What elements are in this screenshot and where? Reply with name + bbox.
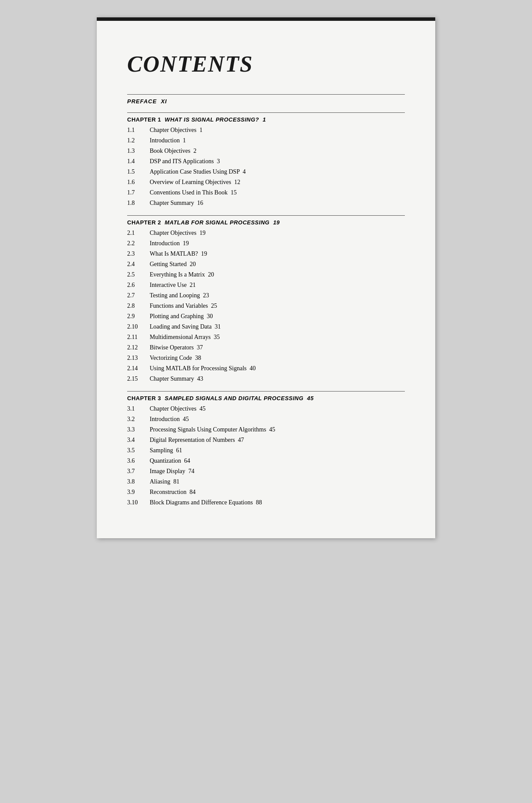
toc-text-2-13: Vectorizing Code 38	[150, 353, 405, 362]
preface-label: PREFACE XI	[127, 98, 405, 105]
toc-entry-2-12: 2.12Bitwise Operators 37	[127, 343, 405, 352]
toc-entry-1-6: 1.6Overview of Learning Objectives 12	[127, 178, 405, 187]
toc-entry-3-8: 3.8Aliasing 81	[127, 477, 405, 486]
contents-title: CONTENTS	[127, 51, 405, 77]
chapter-3-header: CHAPTER 3 SAMPLED SIGNALS AND DIGITAL PR…	[127, 391, 405, 402]
chapter-3: CHAPTER 3 SAMPLED SIGNALS AND DIGITAL PR…	[127, 391, 405, 507]
toc-text-1-5: Application Case Studies Using DSP 4	[150, 167, 405, 176]
toc-entry-2-1: 2.1Chapter Objectives 19	[127, 228, 405, 237]
toc-number-2-2: 2.2	[127, 239, 150, 248]
toc-number-2-12: 2.12	[127, 343, 150, 352]
toc-entry-3-4: 3.4Digital Representation of Numbers 47	[127, 435, 405, 444]
chapter-2-header: CHAPTER 2 MATLAB FOR SIGNAL PROCESSING 1…	[127, 215, 405, 226]
toc-number-3-1: 3.1	[127, 404, 150, 413]
toc-entry-2-5: 2.5Everything Is a Matrix 20	[127, 270, 405, 279]
toc-entry-1-2: 1.2Introduction 1	[127, 136, 405, 145]
page-content: CONTENTS PREFACE XI CHAPTER 1 WHAT IS SI…	[97, 21, 435, 534]
toc-text-2-4: Getting Started 20	[150, 260, 405, 269]
toc-number-2-13: 2.13	[127, 353, 150, 362]
chapter-1-header: CHAPTER 1 WHAT IS SIGNAL PROCESSING? 1	[127, 112, 405, 123]
chapter-1: CHAPTER 1 WHAT IS SIGNAL PROCESSING? 11.…	[127, 112, 405, 207]
toc-entry-3-9: 3.9Reconstruction 84	[127, 487, 405, 497]
toc-text-1-2: Introduction 1	[150, 136, 405, 145]
toc-number-2-6: 2.6	[127, 280, 150, 290]
chapter-1-label: CHAPTER 1	[127, 116, 164, 123]
toc-number-2-8: 2.8	[127, 301, 150, 310]
toc-text-1-7: Conventions Used in This Book 15	[150, 188, 405, 197]
toc-number-3-3: 3.3	[127, 425, 150, 434]
toc-number-2-10: 2.10	[127, 322, 150, 331]
toc-entry-1-5: 1.5Application Case Studies Using DSP 4	[127, 167, 405, 176]
toc-text-3-7: Image Display 74	[150, 467, 405, 476]
toc-number-3-9: 3.9	[127, 487, 150, 497]
toc-number-3-10: 3.10	[127, 498, 150, 507]
chapter-2-name: MATLAB FOR SIGNAL PROCESSING 19	[164, 219, 279, 226]
chapter-2-label: CHAPTER 2	[127, 219, 164, 226]
toc-number-1-4: 1.4	[127, 157, 150, 166]
chapter-2-sections: 2.1Chapter Objectives 192.2Introduction …	[127, 228, 405, 383]
toc-entry-3-1: 3.1Chapter Objectives 45	[127, 404, 405, 413]
toc-text-3-4: Digital Representation of Numbers 47	[150, 435, 405, 444]
toc-entry-2-7: 2.7Testing and Looping 23	[127, 291, 405, 300]
toc-entry-1-3: 1.3Book Objectives 2	[127, 146, 405, 155]
chapter-2-title-line: CHAPTER 2 MATLAB FOR SIGNAL PROCESSING 1…	[127, 219, 405, 226]
toc-text-2-3: What Is MATLAB? 19	[150, 249, 405, 258]
toc-text-2-5: Everything Is a Matrix 20	[150, 270, 405, 279]
toc-text-2-8: Functions and Variables 25	[150, 301, 405, 310]
toc-entry-3-5: 3.5Sampling 61	[127, 446, 405, 455]
chapter-2: CHAPTER 2 MATLAB FOR SIGNAL PROCESSING 1…	[127, 215, 405, 383]
toc-number-1-3: 1.3	[127, 146, 150, 155]
chapters-container: CHAPTER 1 WHAT IS SIGNAL PROCESSING? 11.…	[127, 112, 405, 507]
toc-entry-2-2: 2.2Introduction 19	[127, 239, 405, 248]
toc-entry-3-3: 3.3Processing Signals Using Computer Alg…	[127, 425, 405, 434]
toc-text-2-1: Chapter Objectives 19	[150, 228, 405, 237]
toc-text-1-8: Chapter Summary 16	[150, 198, 405, 207]
toc-number-1-2: 1.2	[127, 136, 150, 145]
toc-number-1-1: 1.1	[127, 125, 150, 135]
toc-entry-2-4: 2.4Getting Started 20	[127, 260, 405, 269]
toc-text-2-10: Loading and Saving Data 31	[150, 322, 405, 331]
toc-text-2-6: Interactive Use 21	[150, 280, 405, 290]
toc-entry-1-7: 1.7Conventions Used in This Book 15	[127, 188, 405, 197]
toc-number-3-2: 3.2	[127, 415, 150, 424]
toc-number-3-6: 3.6	[127, 456, 150, 465]
toc-number-2-7: 2.7	[127, 291, 150, 300]
toc-entry-2-13: 2.13Vectorizing Code 38	[127, 353, 405, 362]
toc-number-1-6: 1.6	[127, 178, 150, 187]
toc-text-3-2: Introduction 45	[150, 415, 405, 424]
toc-number-2-15: 2.15	[127, 374, 150, 383]
toc-number-3-7: 3.7	[127, 467, 150, 476]
toc-entry-2-11: 2.11Multidimensional Arrays 35	[127, 332, 405, 342]
toc-text-2-2: Introduction 19	[150, 239, 405, 248]
toc-entry-3-6: 3.6Quantization 64	[127, 456, 405, 465]
toc-number-3-5: 3.5	[127, 446, 150, 455]
toc-entry-1-1: 1.1Chapter Objectives 1	[127, 125, 405, 135]
toc-entry-2-3: 2.3What Is MATLAB? 19	[127, 249, 405, 258]
toc-entry-3-10: 3.10Block Diagrams and Difference Equati…	[127, 498, 405, 507]
toc-text-1-4: DSP and ITS Applications 3	[150, 157, 405, 166]
preface-section: PREFACE XI	[127, 94, 405, 105]
toc-text-3-1: Chapter Objectives 45	[150, 404, 405, 413]
toc-entry-2-15: 2.15Chapter Summary 43	[127, 374, 405, 383]
toc-number-1-8: 1.8	[127, 198, 150, 207]
chapter-1-name: WHAT IS SIGNAL PROCESSING? 1	[164, 116, 266, 123]
toc-entry-2-10: 2.10Loading and Saving Data 31	[127, 322, 405, 331]
toc-number-2-1: 2.1	[127, 228, 150, 237]
toc-number-1-5: 1.5	[127, 167, 150, 176]
toc-entry-2-9: 2.9Plotting and Graphing 30	[127, 312, 405, 321]
toc-number-2-3: 2.3	[127, 249, 150, 258]
toc-entry-2-6: 2.6Interactive Use 21	[127, 280, 405, 290]
toc-text-1-3: Book Objectives 2	[150, 146, 405, 155]
chapter-3-title-line: CHAPTER 3 SAMPLED SIGNALS AND DIGITAL PR…	[127, 395, 405, 402]
preface-text: PREFACE	[127, 98, 157, 105]
chapter-3-sections: 3.1Chapter Objectives 453.2Introduction …	[127, 404, 405, 507]
toc-text-3-5: Sampling 61	[150, 446, 405, 455]
toc-entry-2-14: 2.14Using MATLAB for Processing Signals …	[127, 364, 405, 373]
toc-text-3-8: Aliasing 81	[150, 477, 405, 486]
toc-text-3-9: Reconstruction 84	[150, 487, 405, 497]
toc-number-2-5: 2.5	[127, 270, 150, 279]
toc-text-2-9: Plotting and Graphing 30	[150, 312, 405, 321]
toc-text-2-15: Chapter Summary 43	[150, 374, 405, 383]
toc-number-1-7: 1.7	[127, 188, 150, 197]
chapter-1-title-line: CHAPTER 1 WHAT IS SIGNAL PROCESSING? 1	[127, 116, 405, 123]
